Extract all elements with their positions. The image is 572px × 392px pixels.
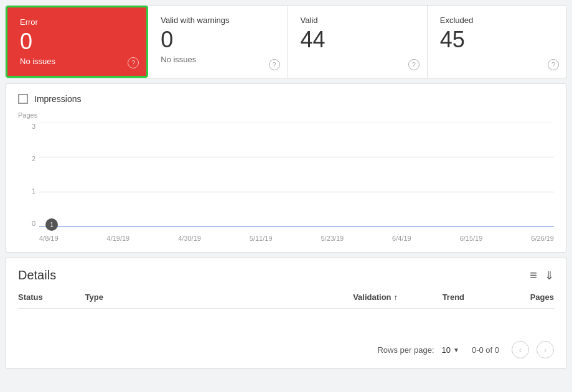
stat-valid-number: 44 <box>301 29 415 51</box>
chart-section: Impressions Pages 3 2 1 0 <box>5 83 567 253</box>
x-label-4: 5/23/19 <box>321 235 344 242</box>
table-footer: Rows per page: 10 ▼ 0-0 of 0 ‹ › <box>18 334 554 358</box>
y-val-3: 3 <box>32 123 35 130</box>
stat-excluded-label: Excluded <box>440 16 554 25</box>
x-axis-labels: 4/8/19 4/19/19 4/30/19 5/11/19 5/23/19 6… <box>39 235 554 242</box>
page-info: 0-0 of 0 <box>472 345 499 355</box>
stats-row: Error 0 No issues ? Valid with warnings … <box>5 5 567 78</box>
stat-error-sub: No issues <box>20 57 134 66</box>
details-header: Details ≡ ⇓ <box>18 268 554 282</box>
next-page-button[interactable]: › <box>537 341 554 358</box>
excluded-help-icon[interactable]: ? <box>548 59 559 70</box>
sort-up-icon[interactable]: ↑ <box>394 293 398 302</box>
x-label-7: 6/26/19 <box>531 235 554 242</box>
chart-wrapper: Pages 3 2 1 0 1 <box>18 111 554 242</box>
y-val-1: 1 <box>32 187 35 195</box>
x-label-5: 6/4/19 <box>392 235 411 242</box>
chart-header: Impressions <box>18 94 554 104</box>
main-container: Error 0 No issues ? Valid with warnings … <box>0 0 572 374</box>
stat-card-valid-warnings: Valid with warnings 0 No issues ? <box>148 6 288 78</box>
x-label-1: 4/19/19 <box>107 235 130 242</box>
prev-page-button[interactable]: ‹ <box>512 341 529 358</box>
table-body <box>18 309 554 334</box>
stat-vw-label: Valid with warnings <box>161 16 274 25</box>
col-header-trend: Trend <box>443 292 510 302</box>
filter-icon[interactable]: ≡ <box>530 268 537 282</box>
chart-dot-annotation: 1 <box>45 218 58 231</box>
y-axis-label: Pages <box>18 111 37 119</box>
stat-vw-sub: No issues <box>161 55 274 64</box>
stat-card-error: Error 0 No issues ? <box>6 6 148 78</box>
x-label-2: 4/30/19 <box>178 235 201 242</box>
stat-error-number: 0 <box>20 30 134 53</box>
stat-card-excluded: Excluded 45 ? <box>428 6 566 78</box>
y-axis-values: 3 2 1 0 <box>18 123 35 227</box>
chart-title: Impressions <box>34 94 81 104</box>
stat-valid-label: Valid <box>301 16 415 25</box>
stat-card-valid: Valid 44 ? <box>288 6 428 78</box>
details-title: Details <box>18 268 56 282</box>
details-actions: ≡ ⇓ <box>530 268 554 282</box>
col-header-validation: Validation ↑ <box>353 292 443 302</box>
valid-help-icon[interactable]: ? <box>408 59 420 70</box>
download-icon[interactable]: ⇓ <box>545 269 554 282</box>
chart-plot-area: 1 <box>39 123 554 227</box>
details-section: Details ≡ ⇓ Status Type Validation ↑ Tre… <box>5 258 567 369</box>
col-header-status: Status <box>18 292 85 302</box>
x-label-6: 6/15/19 <box>460 235 483 242</box>
vw-help-icon[interactable]: ? <box>269 59 280 70</box>
x-label-3: 5/11/19 <box>250 235 273 242</box>
chart-svg <box>39 123 554 227</box>
rows-per-page-select[interactable]: 10 ▼ <box>442 345 459 355</box>
stat-error-label: Error <box>20 17 134 27</box>
col-header-pages: Pages <box>509 292 554 302</box>
y-val-2: 2 <box>32 155 35 162</box>
rows-per-page-label: Rows per page: <box>377 345 434 355</box>
col-header-type: Type <box>85 292 175 302</box>
stat-excluded-number: 45 <box>440 29 554 51</box>
rows-per-page-chevron: ▼ <box>453 347 459 353</box>
error-help-icon[interactable]: ? <box>128 57 139 68</box>
y-val-0: 0 <box>32 220 35 227</box>
table-header-row: Status Type Validation ↑ Trend Pages <box>18 292 554 309</box>
rows-per-page-value: 10 <box>442 345 451 355</box>
x-label-0: 4/8/19 <box>39 235 59 242</box>
impressions-checkbox[interactable] <box>18 94 28 104</box>
stat-vw-number: 0 <box>161 29 274 51</box>
